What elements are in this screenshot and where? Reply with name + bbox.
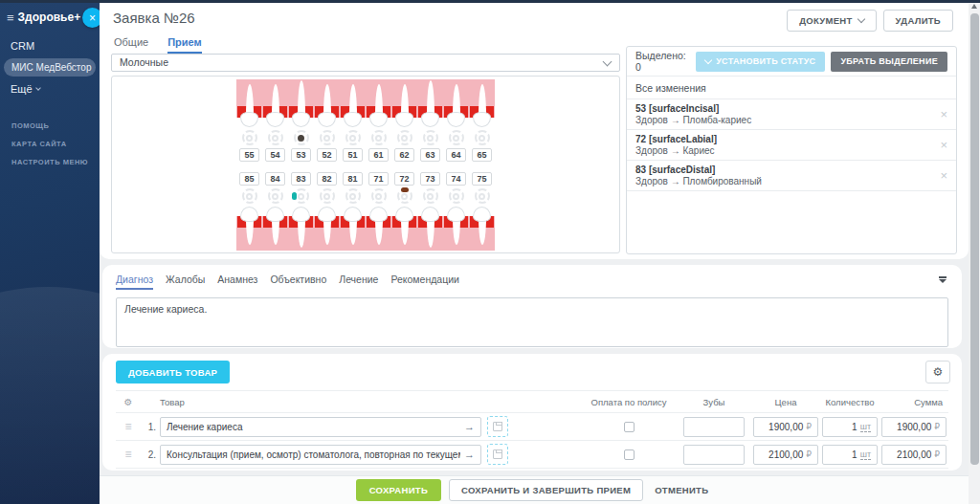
tab-objective[interactable]: Объективно — [270, 274, 326, 290]
sidebar-item-more[interactable]: Ещё — [0, 78, 100, 99]
tooth-64-surface-control[interactable] — [449, 130, 464, 145]
set-status-button[interactable]: УСТАНОВИТЬ СТАТУС — [696, 52, 825, 72]
sidebar-item-sitemap[interactable]: КАРТА САЙТА — [0, 135, 100, 153]
table-settings-button[interactable]: ⚙ — [925, 361, 950, 383]
save-and-finish-button[interactable]: СОХРАНИТЬ И ЗАВЕРШИТЬ ПРИЕМ — [449, 479, 643, 501]
tooth-55-surface-control[interactable] — [242, 130, 257, 145]
tooth-84-surface-control[interactable] — [268, 188, 283, 204]
unit-selector[interactable]: шт — [860, 422, 871, 432]
tooth-number-64[interactable]: 64 — [446, 148, 466, 162]
tooth-71-surface-control[interactable] — [371, 188, 387, 204]
tab-general[interactable]: Общие — [114, 36, 148, 54]
document-button[interactable]: ДОКУМЕНТ — [787, 10, 876, 32]
remove-change-icon[interactable]: × — [940, 139, 947, 151]
tooth-72-crown[interactable] — [395, 207, 413, 222]
sidebar-item-mis-medwebstor[interactable]: МИС МедВебстор — [4, 58, 96, 77]
total-input[interactable]: 1900,00 ₽ — [881, 417, 947, 437]
product-name-input[interactable]: Лечение кариеса → — [160, 417, 481, 437]
tab-anamnesis[interactable]: Анамнез — [217, 274, 257, 290]
price-input[interactable]: 1900,00 ₽ — [753, 417, 818, 437]
tooth-number-82[interactable]: 82 — [317, 172, 337, 186]
sidebar-item-configure-menu[interactable]: НАСТРОИТЬ МЕНЮ — [0, 153, 100, 171]
tooth-53-crown[interactable] — [292, 112, 310, 127]
tooth-number-73[interactable]: 73 — [420, 172, 440, 186]
remove-change-icon[interactable]: × — [940, 108, 947, 121]
tooth-84-crown[interactable] — [266, 207, 284, 222]
tooth-number-65[interactable]: 65 — [472, 148, 492, 162]
collapse-section-icon[interactable] — [938, 276, 947, 283]
tooth-54-surface-control[interactable] — [268, 130, 283, 145]
tooth-number-72[interactable]: 72 — [394, 172, 414, 186]
tooth-73-surface-control[interactable] — [423, 188, 438, 204]
tooth-85-surface-control[interactable] — [242, 188, 257, 204]
tooth-63-surface-control[interactable] — [423, 130, 438, 145]
tab-recommendations[interactable]: Рекомендации — [390, 274, 459, 290]
tooth-74-crown[interactable] — [447, 207, 465, 222]
delete-button[interactable]: УДАЛИТЬ — [883, 10, 953, 32]
tooth-54-crown[interactable] — [266, 112, 284, 127]
open-catalog-arrow-icon[interactable]: → — [464, 449, 475, 460]
total-input[interactable]: 2100,00 ₽ — [881, 445, 947, 465]
tooth-number-61[interactable]: 61 — [368, 148, 389, 162]
tooth-74-surface-control[interactable] — [449, 188, 464, 204]
tab-treatment[interactable]: Лечение — [339, 274, 378, 290]
price-input[interactable]: 2100,00 ₽ — [753, 445, 818, 465]
tooth-52-surface-control[interactable] — [320, 130, 335, 145]
insurance-checkbox[interactable] — [624, 422, 635, 432]
tooth-83-surface-control[interactable] — [294, 188, 309, 204]
scrollbar-thumb[interactable] — [970, 13, 979, 465]
unit-selector[interactable]: шт — [860, 449, 871, 460]
teeth-input[interactable] — [683, 417, 745, 437]
tooth-number-75[interactable]: 75 — [472, 172, 492, 186]
tooth-62-crown[interactable] — [395, 112, 413, 127]
tooth-number-85[interactable]: 85 — [239, 172, 259, 186]
sidebar-close-button[interactable]: × — [82, 8, 100, 28]
hamburger-menu-icon[interactable]: ≡ — [7, 11, 14, 24]
teeth-input[interactable] — [683, 445, 745, 465]
tooth-85-crown[interactable] — [240, 207, 258, 222]
tooth-number-74[interactable]: 74 — [446, 172, 466, 186]
tooth-number-63[interactable]: 63 — [420, 148, 440, 162]
tooth-number-51[interactable]: 51 — [343, 148, 363, 162]
tooth-71-crown[interactable] — [369, 207, 388, 222]
tooth-72-surface-control[interactable] — [397, 188, 412, 204]
tooth-61-surface-control[interactable] — [371, 130, 387, 145]
tooth-number-55[interactable]: 55 — [239, 148, 259, 162]
dentition-select[interactable]: Молочные — [111, 54, 620, 72]
tooth-number-53[interactable]: 53 — [291, 148, 311, 162]
tooth-81-crown[interactable] — [344, 207, 362, 222]
tooth-65-surface-control[interactable] — [475, 130, 490, 145]
add-product-button[interactable]: ДОБАВИТЬ ТОВАР — [116, 361, 230, 383]
tooth-53-surface-control[interactable] — [294, 130, 309, 145]
tooth-83-crown[interactable] — [292, 207, 310, 222]
tooth-number-54[interactable]: 54 — [265, 148, 285, 162]
drag-handle-icon[interactable]: ≡ — [116, 420, 141, 433]
tab-appointment[interactable]: Прием — [167, 36, 202, 54]
tab-diagnosis[interactable]: Диагноз — [116, 274, 153, 290]
tooth-82-crown[interactable] — [318, 207, 336, 222]
clear-selection-button[interactable]: УБРАТЬ ВЫДЕЛЕНИЕ — [831, 52, 947, 72]
open-catalog-arrow-icon[interactable]: → — [464, 421, 475, 432]
tooth-81-surface-control[interactable] — [345, 188, 361, 204]
quantity-input[interactable]: 1 шт — [822, 445, 878, 465]
remove-change-icon[interactable]: × — [940, 169, 947, 182]
tooth-73-crown[interactable] — [421, 207, 439, 222]
tooth-75-crown[interactable] — [473, 207, 491, 222]
tooth-52-crown[interactable] — [318, 112, 336, 127]
diagnosis-textarea[interactable]: Лечение кариеса. — [116, 297, 948, 347]
insurance-checkbox[interactable] — [624, 449, 635, 460]
save-as-template-button[interactable] — [487, 416, 508, 437]
tooth-51-surface-control[interactable] — [345, 130, 361, 145]
tooth-number-71[interactable]: 71 — [368, 172, 389, 186]
quantity-input[interactable]: 1 шт — [822, 417, 878, 437]
drag-handle-icon[interactable]: ≡ — [116, 448, 141, 461]
sidebar-item-crm[interactable]: CRM — [0, 35, 100, 56]
vertical-scrollbar[interactable] — [969, 0, 980, 504]
tooth-63-crown[interactable] — [421, 112, 439, 127]
tooth-65-crown[interactable] — [473, 112, 491, 127]
tooth-number-52[interactable]: 52 — [317, 148, 337, 162]
sidebar-item-help[interactable]: ПОМОЩЬ — [0, 117, 100, 135]
save-as-template-button[interactable] — [487, 444, 508, 465]
tooth-64-crown[interactable] — [447, 112, 465, 127]
tooth-82-surface-control[interactable] — [320, 188, 335, 204]
